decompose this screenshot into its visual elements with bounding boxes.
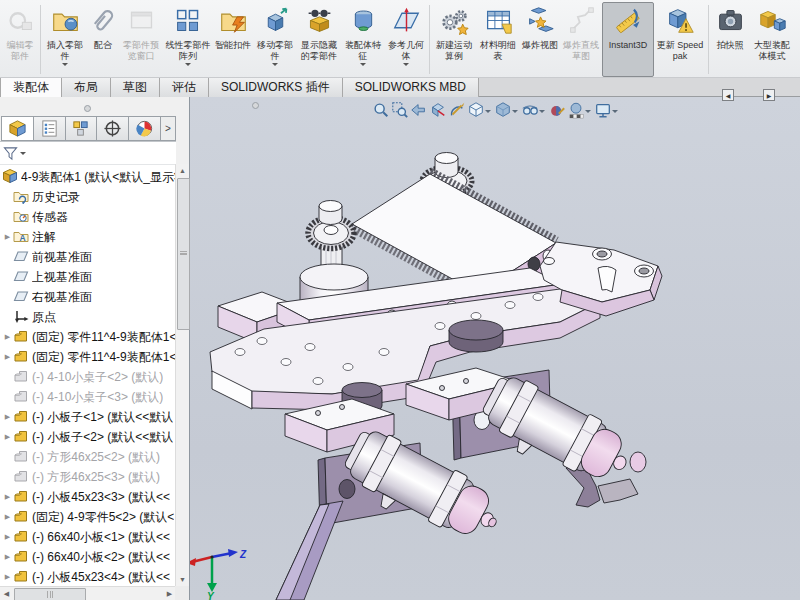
dropdown-arrow-icon[interactable] (272, 63, 278, 69)
ribbon-button-explview[interactable]: 爆炸视图 (520, 2, 560, 77)
expand-arrow-icon[interactable]: ▶ (2, 233, 13, 241)
dropdown-arrow-icon[interactable] (585, 110, 591, 116)
dropdown-arrow-icon[interactable] (403, 63, 409, 69)
tree-item[interactable]: (-) 方形46x25<3> (默认) (0, 467, 176, 487)
manager-tab-configuration-manager[interactable] (66, 117, 98, 140)
tree-item[interactable]: ▶(固定) 4-9零件5<2> (默认< (0, 507, 176, 527)
tree-filter-bar[interactable] (0, 142, 176, 165)
ribbon-button-refgeo[interactable]: 参考几何体 (385, 2, 427, 77)
move-icon (261, 6, 290, 39)
section-view-icon[interactable] (428, 99, 447, 120)
manager-tabs-overflow-button[interactable]: > (161, 117, 175, 140)
dropdown-arrow-icon[interactable] (185, 63, 191, 69)
expand-arrow-icon[interactable]: ▶ (2, 493, 13, 501)
dropdown-arrow-icon[interactable] (485, 110, 491, 116)
tree-item-label: (-) 小板子<1> (默认<<默认 (32, 409, 173, 426)
scroll-left-button[interactable]: ◀ (0, 587, 13, 600)
tree-item[interactable]: 传感器 (0, 207, 176, 227)
dropdown-arrow-icon[interactable] (62, 63, 68, 69)
edit-appearance-icon[interactable] (547, 99, 566, 120)
part-icon (13, 408, 32, 427)
hide-show-items-icon[interactable] (520, 99, 539, 120)
view-orientation-icon[interactable] (466, 99, 485, 120)
manager-tab-dimxpert[interactable] (97, 117, 129, 140)
tree-item[interactable]: (-) 4-10小桌子<3> (默认) (0, 387, 176, 407)
expand-arrow-icon[interactable]: ▶ (2, 553, 13, 561)
tab-SOLIDWORKS MBD[interactable]: SOLIDWORKS MBD (343, 78, 479, 97)
tree-item[interactable]: ▶(固定) 零件11^4-9装配体1< (0, 347, 176, 367)
ribbon-button-insert[interactable]: 插入零部件 (43, 2, 87, 77)
expand-arrow-icon[interactable]: ▶ (2, 333, 13, 341)
feature-manager-panel: > 4-9装配体1 (默认<默认_显示状态历史记录传感器▶A注解前视基准面上视基… (0, 97, 190, 600)
model-leg-left[interactable] (276, 501, 343, 600)
expand-arrow-icon[interactable]: ▶ (2, 413, 13, 421)
pane-next-button[interactable]: ▶ (763, 89, 775, 101)
tree-item[interactable]: ▶(-) 66x40小板<1> (默认<< (0, 527, 176, 547)
ribbon-button-smart[interactable]: 智能扣件 (213, 2, 253, 77)
ribbon-button-largeasm[interactable]: 大型装配体模式 (749, 2, 795, 77)
tree-item[interactable]: ▶(-) 66x40小板<2> (默认<< (0, 547, 176, 567)
annotation-view-icon[interactable] (447, 99, 466, 120)
tree-item[interactable]: (-) 4-10小桌子<2> (默认) (0, 367, 176, 387)
manager-tab-feature-tree[interactable] (2, 117, 34, 140)
tab-草图[interactable]: 草图 (111, 78, 160, 97)
pane-previous-button[interactable]: ◀ (722, 89, 734, 101)
ribbon-button-asmfeat[interactable]: 装配体特征 (341, 2, 385, 77)
tab-评估[interactable]: 评估 (160, 78, 209, 97)
manager-tab-property-manager[interactable] (34, 117, 66, 140)
tree-item[interactable]: ▶(-) 小板子<1> (默认<<默认 (0, 407, 176, 427)
manager-tab-display-manager[interactable] (129, 117, 161, 140)
tab-SOLIDWORKS 插件[interactable]: SOLIDWORKS 插件 (209, 78, 343, 97)
ribbon-button-showhid[interactable]: 显示隐藏的零部件 (297, 2, 341, 77)
splitter-handle-dot[interactable] (84, 105, 91, 112)
tree-item[interactable]: ▶(固定) 零件11^4-9装配体1< (0, 327, 176, 347)
tree-item[interactable]: ▶(-) 小板45x23<4> (默认<< (0, 567, 176, 586)
tree-item[interactable]: (-) 方形46x25<2> (默认) (0, 447, 176, 467)
ribbon-button-snapshot[interactable]: 拍快照 (711, 2, 749, 77)
apply-scene-icon[interactable] (566, 99, 585, 120)
ribbon-button-mate[interactable]: 配合 (87, 2, 119, 77)
tree-item[interactable]: 历史记录 (0, 187, 176, 207)
display-style-icon[interactable] (493, 99, 512, 120)
splitter-handle-dot[interactable] (252, 102, 259, 109)
expand-arrow-icon[interactable]: ▶ (2, 353, 13, 361)
graphics-viewport[interactable]: X Z Y (190, 97, 800, 600)
tree-item[interactable]: ▶A注解 (0, 227, 176, 247)
tab-布局[interactable]: 布局 (62, 78, 111, 97)
dropdown-arrow-icon[interactable] (612, 110, 618, 116)
horizontal-scroll-thumb[interactable] (14, 588, 86, 600)
scroll-up-button[interactable]: ▲ (176, 164, 189, 177)
tree-item[interactable]: 前视基准面 (0, 247, 176, 267)
tree-horizontal-scrollbar[interactable]: ◀ ▶ (0, 586, 176, 600)
tree-item[interactable]: ▶(-) 小板45x23<3> (默认<< (0, 487, 176, 507)
ribbon-button-bom[interactable]: 材料明细表 (476, 2, 520, 77)
ribbon-button-motion[interactable]: 新建运动算例 (432, 2, 476, 77)
expand-arrow-icon[interactable]: ▶ (2, 533, 13, 541)
tree-item[interactable]: 上视基准面 (0, 267, 176, 287)
ribbon-button-label: 零部件预览窗口 (120, 40, 162, 61)
scroll-down-button[interactable]: ▼ (176, 573, 189, 586)
tree-item[interactable]: 右视基准面 (0, 287, 176, 307)
tree-item[interactable]: 原点 (0, 307, 176, 327)
tree-vertical-scrollbar[interactable]: ▲ ▼ (175, 164, 189, 586)
tab-装配体[interactable]: 装配体 (0, 78, 62, 97)
vertical-scroll-thumb[interactable] (177, 178, 190, 330)
tree-item[interactable]: ▶(-) 小板子<2> (默认<<默认 (0, 427, 176, 447)
ribbon-button-instant3d[interactable]: Instant3D (602, 2, 654, 77)
expand-arrow-icon[interactable]: ▶ (2, 433, 13, 441)
expand-arrow-icon[interactable]: ▶ (2, 573, 13, 581)
zoom-area-icon[interactable] (390, 99, 409, 120)
filter-dropdown-arrow[interactable] (20, 152, 26, 158)
assembly-model[interactable]: X Z Y (190, 97, 800, 600)
dropdown-arrow-icon[interactable] (360, 63, 366, 69)
dropdown-arrow-icon[interactable] (512, 110, 518, 116)
ribbon-button-speedpak[interactable]: 更新 Speedpak (654, 2, 706, 77)
zoom-fit-icon[interactable] (371, 99, 390, 120)
expand-arrow-icon[interactable]: ▶ (2, 513, 13, 521)
ribbon-button-move[interactable]: 移动零部件 (253, 2, 297, 77)
tree-item[interactable]: 4-9装配体1 (默认<默认_显示状态 (0, 167, 176, 187)
ribbon-button-linear[interactable]: 线性零部件阵列 (163, 2, 213, 77)
previous-view-icon[interactable] (409, 99, 428, 120)
dropdown-arrow-icon[interactable] (539, 110, 545, 116)
view-settings-icon[interactable] (593, 99, 612, 120)
